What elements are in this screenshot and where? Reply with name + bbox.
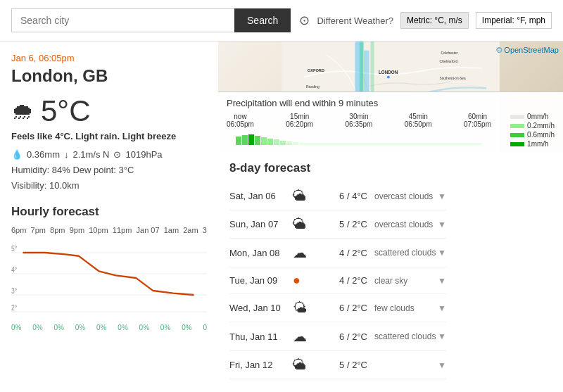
forecast-arrow-1[interactable]: ▼ <box>438 220 446 229</box>
hour-label-6: Jan 07 <box>137 226 160 234</box>
percent-labels: 0% 0% 0% 0% 0% 0% 0% 0% 0% 0 <box>11 324 207 331</box>
forecast-icon-0: 🌥 <box>293 188 318 204</box>
forecast-row-5: Thu, Jan 11 ☁ 6 / 2°C scattered clouds ▼ <box>229 322 446 351</box>
wind-value: 2.1m/s N <box>72 147 109 163</box>
forecast-row-6: Fri, Jan 12 🌥 5 / 2°C ▼ <box>229 351 446 379</box>
precip-icon: 💧 <box>11 147 23 163</box>
imperial-button[interactable]: Imperial: °F, mph <box>476 12 552 29</box>
forecast-desc-4: few clouds <box>367 303 438 313</box>
forecast-8day: 8-day forecast Sat, Jan 06 🌥 6 / 4°C ove… <box>218 153 457 388</box>
forecast-temps-1: 5 / 2°C <box>318 219 367 229</box>
hourly-chart: 5° 4° 3° 2° <box>11 236 207 320</box>
hour-label-9: 3 <box>203 226 207 234</box>
svg-text:Colchester: Colchester <box>441 51 457 55</box>
feels-like: Feels like 4°C. Light rain. Light breeze <box>11 131 207 141</box>
weather-details: 💧 0.36mm ↓ 2.1m/s N ⊙ 1019hPa Humidity: … <box>11 147 207 194</box>
map-container[interactable]: OXFORD Reading LONDON Chelmsford Southen… <box>218 42 563 153</box>
forecast-temps-3: 4 / 2°C <box>318 275 367 286</box>
pct-2: 0% <box>54 324 64 331</box>
forecast-arrow-3[interactable]: ▼ <box>438 276 446 286</box>
forecast-row-2: Mon, Jan 08 ☁ 4 / 2°C scattered clouds ▼ <box>229 239 446 267</box>
svg-text:Southend-on-Sea: Southend-on-Sea <box>440 77 466 80</box>
forecast-icon-4: 🌤 <box>293 300 318 316</box>
search-button[interactable]: Search <box>234 8 291 32</box>
svg-rect-26 <box>274 139 279 145</box>
pct-8: 0% <box>182 324 191 331</box>
forecast-arrow-2[interactable]: ▼ <box>438 248 446 258</box>
pct-4: 0% <box>96 324 106 331</box>
forecast-title: 8-day forecast <box>229 161 446 175</box>
forecast-date-6: Fri, Jan 12 <box>229 360 293 370</box>
svg-rect-22 <box>248 134 254 145</box>
svg-rect-30 <box>299 143 482 145</box>
hour-label-1: 7pm <box>31 226 46 234</box>
forecast-icon-1: 🌥 <box>293 216 318 232</box>
location-icon[interactable]: ⊙ <box>299 13 310 28</box>
forecast-temps-0: 6 / 4°C <box>318 191 367 201</box>
pressure-value: 1019hPa <box>125 147 162 163</box>
left-panel: Jan 6, 06:05pm London, GB 🌧 5°C Feels li… <box>0 42 218 388</box>
hour-label-4: 10pm <box>89 226 108 234</box>
forecast-temps-5: 6 / 2°C <box>318 331 367 342</box>
forecast-desc-2: scattered clouds <box>367 248 438 258</box>
hour-label-7: 1am <box>164 226 179 234</box>
legend-0: 0mm/h <box>510 113 555 120</box>
svg-text:3°: 3° <box>11 286 17 295</box>
forecast-icon-2: ☁ <box>293 244 318 261</box>
metric-button[interactable]: Metric: °C, m/s <box>400 12 469 29</box>
pct-7: 0% <box>160 324 170 331</box>
forecast-arrow-4[interactable]: ▼ <box>438 303 446 313</box>
hourly-section: Hourly forecast 6pm 7pm 8pm 9pm 10pm 11p… <box>11 205 207 331</box>
svg-text:Reading: Reading <box>306 84 320 89</box>
precipitation-value: 0.36mm <box>27 147 60 163</box>
forecast-arrow-5[interactable]: ▼ <box>438 331 446 341</box>
svg-rect-24 <box>261 137 267 145</box>
pct-3: 0% <box>75 324 85 331</box>
forecast-temps-6: 5 / 2°C <box>318 360 367 370</box>
different-weather-link[interactable]: Different Weather? <box>317 15 393 26</box>
legend-2: 0.6mm/h <box>510 131 555 139</box>
current-weather-row: 🌧 5°C <box>11 94 207 128</box>
time-3: 45min06:50pm <box>405 113 432 128</box>
legend-label-3: 1mm/h <box>527 140 549 148</box>
search-input[interactable] <box>11 8 234 32</box>
svg-rect-21 <box>242 135 248 145</box>
right-panel: OXFORD Reading LONDON Chelmsford Southen… <box>218 42 563 388</box>
pct-9: 0 <box>203 324 207 331</box>
main-content: Jan 6, 06:05pm London, GB 🌧 5°C Feels li… <box>0 42 563 388</box>
svg-point-19 <box>386 75 390 79</box>
svg-rect-11 <box>371 42 374 95</box>
svg-rect-25 <box>267 139 273 145</box>
dew-value: 3°C <box>119 165 134 175</box>
hourly-title: Hourly forecast <box>11 205 207 219</box>
precip-timeline: now06:05pm 15min06:20pm 30min06:35pm 45m… <box>227 113 491 128</box>
forecast-temps-4: 6 / 2°C <box>318 303 367 313</box>
forecast-desc-1: overcast clouds <box>367 220 438 229</box>
precip-legend: 0mm/h 0.2mm/h 0.6mm/h 1mm/h <box>510 113 555 148</box>
pct-5: 0% <box>118 324 127 331</box>
visibility-value: 10.0km <box>49 180 80 191</box>
forecast-icon-6: 🌥 <box>293 357 318 373</box>
precip-bars <box>227 131 491 145</box>
hour-label-2: 8pm <box>50 226 65 234</box>
legend-label-0: 0mm/h <box>527 113 549 120</box>
hour-label-0: 6pm <box>11 226 26 234</box>
forecast-date-2: Mon, Jan 08 <box>229 248 293 258</box>
forecast-arrow-6[interactable]: ▼ <box>438 360 446 370</box>
pressure-icon: ⊙ <box>113 147 121 163</box>
precip-title: Precipitation will end within 9 minutes <box>227 98 555 108</box>
legend-label-1: 0.2mm/h <box>527 122 555 129</box>
forecast-desc-0: overcast clouds <box>367 191 438 201</box>
pct-1: 0% <box>32 324 42 331</box>
svg-rect-27 <box>280 141 286 145</box>
search-container: Search <box>11 8 291 32</box>
humidity-label: Humidity: <box>11 165 52 175</box>
svg-rect-23 <box>255 136 260 145</box>
hour-label-8: 2am <box>183 226 198 234</box>
forecast-row-0: Sat, Jan 06 🌥 6 / 4°C overcast clouds ▼ <box>229 182 446 210</box>
pct-6: 0% <box>139 324 149 331</box>
svg-text:LONDON: LONDON <box>379 70 398 75</box>
forecast-arrow-0[interactable]: ▼ <box>438 191 446 201</box>
forecast-row-4: Wed, Jan 10 🌤 6 / 2°C few clouds ▼ <box>229 294 446 322</box>
svg-text:Chelmsford: Chelmsford <box>440 59 458 63</box>
